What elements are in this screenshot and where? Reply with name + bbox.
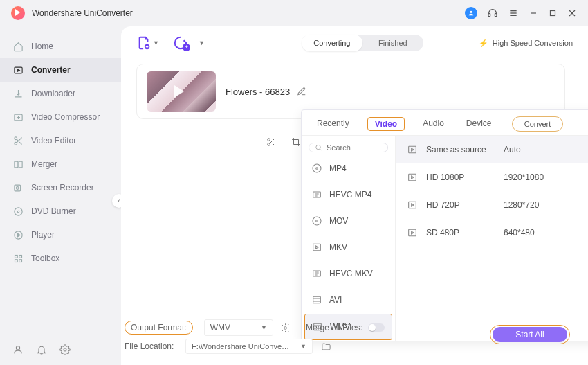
format-avi[interactable]: AVI [302, 287, 395, 313]
convert-button[interactable]: Convert [512, 116, 563, 132]
svg-rect-43 [409, 202, 416, 208]
preset-icon [407, 172, 418, 183]
sidebar-item-editor[interactable]: Video Editor [0, 129, 121, 152]
user-avatar-icon[interactable] [465, 7, 477, 19]
sidebar-item-recorder[interactable]: Screen Recorder [0, 176, 121, 199]
menu-icon[interactable] [508, 8, 519, 19]
svg-point-19 [17, 211, 19, 213]
merger-icon [12, 159, 24, 170]
format-search-input[interactable] [327, 143, 382, 152]
svg-rect-44 [409, 229, 416, 235]
sidebar-label: Toolbox [31, 253, 59, 263]
sidebar-item-converter[interactable]: Converter [0, 58, 121, 82]
tab-video[interactable]: Video [367, 117, 405, 131]
preset-icon [407, 199, 418, 211]
tab-converting[interactable]: Converting [302, 35, 362, 51]
headset-icon[interactable] [487, 8, 498, 19]
start-all-button[interactable]: Start All [493, 327, 567, 342]
maximize-button[interactable] [548, 8, 558, 18]
format-hevc-mp4[interactable]: HEVC MP4 [302, 181, 395, 208]
tab-finished[interactable]: Finished [362, 35, 423, 51]
preset-icon [407, 144, 418, 155]
sidebar-item-dvd[interactable]: DVD Burner [0, 199, 121, 223]
svg-rect-2 [495, 14, 497, 17]
sidebar-item-player[interactable]: Player [0, 223, 121, 247]
disc-icon [12, 206, 24, 217]
sidebar-label: Player [31, 230, 55, 240]
format-popover: Recently Video Audio Device Web Video MP… [301, 109, 588, 341]
sidebar-item-downloader[interactable]: Downloader [0, 82, 121, 105]
tab-audio[interactable]: Audio [419, 117, 448, 131]
svg-point-35 [316, 220, 318, 222]
format-hevc-mkv[interactable]: HEVC MKV [302, 260, 395, 287]
video-thumbnail[interactable] [147, 71, 216, 112]
sidebar-label: Home [31, 42, 53, 51]
svg-point-25 [16, 346, 19, 350]
format-search[interactable] [309, 143, 388, 152]
sidebar-item-home[interactable]: Home [0, 35, 121, 58]
bolt-icon: ⚡ [479, 39, 488, 48]
chevron-down-icon: ▼ [300, 343, 306, 350]
svg-point-30 [316, 145, 320, 149]
svg-rect-42 [409, 174, 416, 180]
svg-point-34 [313, 217, 321, 225]
play-icon [12, 229, 24, 240]
svg-rect-15 [19, 161, 22, 168]
preset-list: Same as sourceAuto HD 1080P1920*1080 HD … [396, 136, 588, 341]
format-mkv[interactable]: MKV [302, 234, 395, 260]
edit-icon[interactable] [297, 87, 306, 96]
tab-device[interactable]: Device [462, 117, 496, 131]
sidebar-item-merger[interactable]: Merger [0, 152, 121, 176]
compress-icon [12, 112, 24, 123]
chevron-down-icon: ▼ [261, 324, 267, 331]
format-mov[interactable]: MOV [302, 208, 395, 234]
bell-icon[interactable] [36, 344, 47, 355]
svg-rect-21 [15, 255, 17, 258]
open-folder-icon[interactable] [321, 341, 331, 352]
file-location-select[interactable]: F:\Wondershare UniConverter▼ [185, 339, 313, 354]
merge-toggle[interactable]: Merge All Files: [306, 323, 385, 332]
app-logo-icon [11, 6, 25, 20]
svg-point-45 [284, 326, 287, 329]
output-format-label: Output Format: [125, 321, 193, 335]
sidebar-label: Merger [31, 159, 57, 169]
status-toggle[interactable]: Converting Finished [302, 35, 423, 51]
svg-rect-16 [14, 185, 20, 191]
sidebar-item-toolbox[interactable]: Toolbox [0, 247, 121, 270]
recorder-icon [12, 182, 24, 193]
svg-point-17 [16, 186, 19, 189]
output-format-select[interactable]: WMV▼ [204, 319, 273, 336]
start-all-highlight: Start All [490, 325, 570, 344]
preset-row[interactable]: HD 720P1280*720 [396, 191, 588, 219]
sidebar-label: DVD Burner [31, 206, 76, 216]
add-url-button[interactable]: +▼ [173, 35, 205, 51]
title-bar: Wondershare UniConverter [0, 0, 588, 26]
crop-icon[interactable] [291, 137, 301, 147]
settings-icon[interactable] [59, 344, 71, 355]
preset-row[interactable]: SD 480P640*480 [396, 219, 588, 247]
output-settings-icon[interactable] [280, 323, 291, 333]
preset-row[interactable]: Same as sourceAuto [396, 136, 588, 163]
svg-rect-1 [488, 14, 490, 17]
minimize-button[interactable] [529, 8, 538, 18]
high-speed-toggle[interactable]: ⚡High Speed Conversion [479, 39, 573, 48]
scissors-icon [12, 135, 24, 146]
preset-row[interactable]: HD 1080P1920*1080 [396, 163, 588, 191]
format-mp4[interactable]: MP4 [302, 155, 395, 181]
preset-icon [407, 227, 418, 238]
svg-rect-14 [14, 161, 17, 168]
sidebar-item-compressor[interactable]: Video Compressor [0, 105, 121, 129]
switch-icon[interactable] [368, 323, 385, 332]
svg-rect-23 [15, 259, 17, 262]
tab-recently[interactable]: Recently [313, 117, 353, 131]
close-button[interactable] [567, 8, 577, 18]
trim-icon[interactable] [266, 137, 276, 147]
file-location-label: File Location: [125, 341, 177, 351]
sidebar: Home Converter Downloader Video Compress… [0, 26, 121, 365]
svg-point-32 [316, 168, 318, 170]
high-speed-label: High Speed Conversion [493, 39, 573, 47]
sidebar-label: Screen Recorder [31, 183, 94, 193]
add-file-button[interactable]: ▼ [136, 35, 159, 51]
user-icon[interactable] [12, 344, 24, 355]
svg-rect-38 [313, 296, 321, 303]
